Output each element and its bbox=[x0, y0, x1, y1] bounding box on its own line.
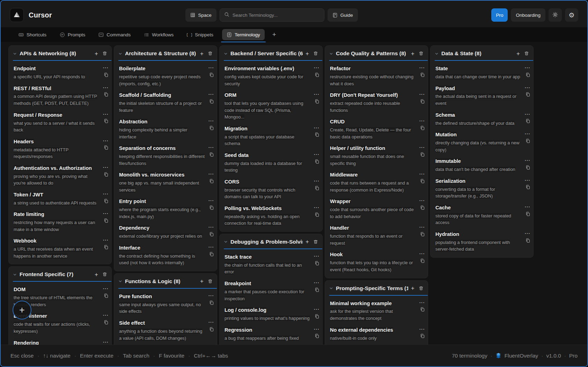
more-menu-button[interactable]: ··· bbox=[208, 92, 214, 96]
pro-button[interactable]: Pro bbox=[491, 8, 508, 22]
copy-button[interactable] bbox=[420, 125, 425, 130]
copy-button[interactable] bbox=[209, 300, 214, 305]
copy-button[interactable] bbox=[104, 145, 109, 150]
chevron-down-icon[interactable] bbox=[224, 240, 228, 244]
search-input[interactable] bbox=[233, 13, 320, 18]
more-menu-button[interactable]: ··· bbox=[314, 281, 319, 285]
copy-button[interactable] bbox=[525, 211, 530, 216]
more-menu-button[interactable]: ··· bbox=[208, 225, 214, 229]
more-menu-button[interactable]: ··· bbox=[314, 327, 319, 331]
copy-button[interactable] bbox=[315, 99, 319, 104]
more-menu-button[interactable]: ··· bbox=[208, 245, 214, 249]
more-menu-button[interactable]: ··· bbox=[208, 145, 214, 150]
copy-button[interactable] bbox=[104, 199, 109, 203]
copy-button[interactable] bbox=[420, 72, 425, 77]
more-menu-button[interactable]: ··· bbox=[419, 119, 425, 123]
add-fab-button[interactable]: + bbox=[13, 301, 31, 319]
more-menu-button[interactable]: ··· bbox=[314, 126, 319, 130]
more-menu-button[interactable]: ··· bbox=[419, 225, 425, 229]
space-button[interactable]: Space bbox=[185, 8, 216, 22]
settings-button[interactable]: ⚙ bbox=[565, 8, 578, 22]
copy-button[interactable] bbox=[315, 159, 319, 164]
copy-button[interactable] bbox=[525, 92, 530, 97]
tab-commands[interactable]: Commands bbox=[94, 29, 135, 40]
copy-button[interactable] bbox=[420, 232, 425, 237]
tab-snippets[interactable]: { }Snippets bbox=[182, 29, 218, 40]
delete-category-button[interactable] bbox=[313, 51, 318, 56]
add-term-button[interactable]: + bbox=[516, 51, 520, 57]
copy-button[interactable] bbox=[525, 185, 530, 189]
add-term-button[interactable]: + bbox=[95, 272, 98, 278]
more-menu-button[interactable]: ··· bbox=[419, 301, 425, 305]
copy-button[interactable] bbox=[420, 152, 425, 157]
more-menu-button[interactable]: ··· bbox=[419, 252, 425, 256]
delete-category-button[interactable] bbox=[419, 51, 424, 56]
copy-button[interactable] bbox=[315, 261, 319, 266]
copy-button[interactable] bbox=[104, 172, 109, 177]
chevron-down-icon[interactable] bbox=[329, 286, 333, 290]
copy-button[interactable] bbox=[525, 165, 530, 170]
add-term-button[interactable]: + bbox=[306, 51, 309, 57]
copy-button[interactable] bbox=[315, 72, 319, 77]
delete-category-button[interactable] bbox=[102, 272, 107, 277]
more-menu-button[interactable]: ··· bbox=[525, 66, 530, 70]
more-menu-button[interactable]: ··· bbox=[525, 112, 530, 116]
copy-button[interactable] bbox=[209, 252, 214, 257]
more-menu-button[interactable]: ··· bbox=[208, 320, 214, 324]
more-menu-button[interactable]: ··· bbox=[208, 199, 214, 203]
more-menu-button[interactable]: ··· bbox=[103, 165, 109, 170]
copy-button[interactable] bbox=[315, 186, 319, 190]
more-menu-button[interactable]: ··· bbox=[103, 192, 109, 196]
more-menu-button[interactable]: ··· bbox=[525, 86, 530, 90]
more-menu-button[interactable]: ··· bbox=[208, 119, 214, 123]
more-menu-button[interactable]: ··· bbox=[525, 158, 530, 163]
new-tab-button[interactable]: + bbox=[269, 31, 280, 38]
copy-button[interactable] bbox=[104, 72, 109, 77]
copy-button[interactable] bbox=[420, 258, 425, 263]
copy-button[interactable] bbox=[315, 287, 319, 292]
copy-button[interactable] bbox=[104, 92, 109, 97]
more-menu-button[interactable]: ··· bbox=[103, 139, 109, 143]
more-menu-button[interactable]: ··· bbox=[314, 254, 319, 258]
more-menu-button[interactable]: ··· bbox=[419, 92, 425, 96]
guide-button[interactable]: Guide bbox=[328, 8, 358, 22]
copy-button[interactable] bbox=[315, 314, 319, 319]
more-menu-button[interactable]: ··· bbox=[103, 66, 109, 70]
delete-category-button[interactable] bbox=[313, 239, 318, 244]
more-menu-button[interactable]: ··· bbox=[103, 112, 109, 116]
copy-button[interactable] bbox=[209, 205, 214, 210]
delete-category-button[interactable] bbox=[208, 279, 213, 284]
chevron-down-icon[interactable] bbox=[118, 52, 122, 56]
more-menu-button[interactable]: ··· bbox=[103, 287, 109, 291]
more-menu-button[interactable]: ··· bbox=[419, 145, 425, 150]
chevron-down-icon[interactable] bbox=[224, 52, 228, 56]
chevron-down-icon[interactable] bbox=[13, 52, 17, 56]
more-menu-button[interactable]: ··· bbox=[525, 205, 530, 209]
copy-button[interactable] bbox=[209, 232, 214, 237]
more-menu-button[interactable]: ··· bbox=[314, 307, 319, 311]
more-menu-button[interactable]: ··· bbox=[314, 92, 319, 96]
copy-button[interactable] bbox=[315, 132, 319, 137]
copy-button[interactable] bbox=[104, 293, 109, 298]
more-menu-button[interactable]: ··· bbox=[525, 178, 530, 182]
delete-category-button[interactable] bbox=[419, 286, 424, 291]
more-menu-button[interactable]: ··· bbox=[208, 294, 214, 298]
copy-button[interactable] bbox=[209, 72, 214, 77]
copy-button[interactable] bbox=[104, 245, 109, 250]
add-term-button[interactable]: + bbox=[411, 51, 414, 57]
copy-button[interactable] bbox=[104, 118, 109, 123]
copy-button[interactable] bbox=[315, 333, 319, 338]
add-term-button[interactable]: + bbox=[200, 278, 204, 284]
copy-button[interactable] bbox=[525, 238, 530, 243]
more-menu-button[interactable]: ··· bbox=[419, 327, 425, 331]
more-menu-button[interactable]: ··· bbox=[208, 172, 214, 176]
more-menu-button[interactable]: ··· bbox=[103, 238, 109, 242]
copy-button[interactable] bbox=[209, 99, 214, 104]
tab-workflows[interactable]: Workflows bbox=[139, 29, 178, 40]
more-menu-button[interactable]: ··· bbox=[314, 206, 319, 210]
onboarding-button[interactable]: Onboarding bbox=[511, 8, 545, 22]
delete-category-button[interactable] bbox=[208, 51, 213, 56]
more-menu-button[interactable]: ··· bbox=[314, 152, 319, 157]
tab-prompts[interactable]: Prompts bbox=[55, 29, 90, 40]
more-menu-button[interactable]: ··· bbox=[103, 313, 109, 317]
